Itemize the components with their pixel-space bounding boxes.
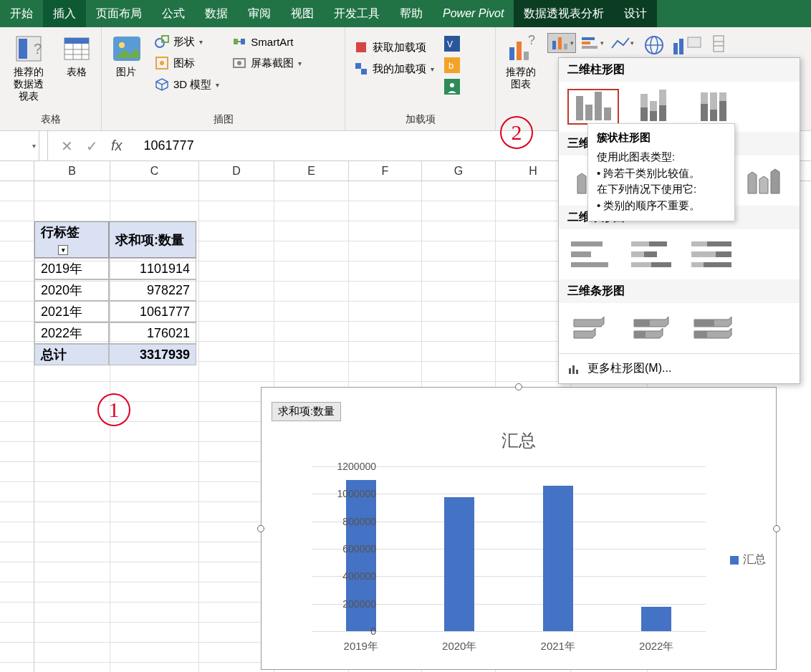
col-header-B[interactable]: B: [34, 161, 110, 181]
cell[interactable]: [349, 322, 422, 342]
cell[interactable]: [110, 181, 199, 201]
cell[interactable]: [110, 442, 199, 462]
tab-view[interactable]: 视图: [281, 0, 324, 27]
row-header[interactable]: [0, 603, 34, 623]
100-stacked-column-thumb[interactable]: [688, 89, 739, 125]
cell[interactable]: [422, 181, 496, 201]
tab-dev[interactable]: 开发工具: [324, 0, 390, 27]
cell[interactable]: [110, 582, 199, 603]
pivot-total-label[interactable]: 总计: [34, 344, 109, 365]
cell[interactable]: [274, 181, 349, 201]
cell[interactable]: [274, 201, 349, 221]
embedded-chart[interactable]: 求和项:数量 汇总 汇总 020000040000060000080000010…: [261, 387, 777, 670]
resize-handle-left[interactable]: [257, 525, 264, 532]
row-header[interactable]: [0, 201, 34, 221]
cell[interactable]: [199, 181, 274, 201]
cell[interactable]: [34, 603, 110, 623]
3d-clustered-bar-thumb[interactable]: [567, 310, 619, 346]
cell[interactable]: [34, 462, 110, 482]
row-header[interactable]: [0, 522, 34, 542]
cell[interactable]: [110, 603, 199, 623]
cell[interactable]: [199, 282, 274, 302]
chart-bar[interactable]: [641, 607, 671, 631]
cell[interactable]: [274, 241, 349, 261]
col-header-D[interactable]: D: [199, 161, 274, 181]
pivot-total-value[interactable]: 3317939: [109, 344, 196, 365]
tab-help[interactable]: 帮助: [390, 0, 433, 27]
cell[interactable]: [110, 542, 199, 562]
cell[interactable]: [199, 322, 274, 342]
cell[interactable]: [422, 362, 496, 382]
3d-stacked-bar-thumb[interactable]: [628, 310, 679, 346]
get-addins-button[interactable]: 获取加载项: [351, 39, 437, 56]
cell[interactable]: [274, 342, 349, 362]
cell[interactable]: [110, 422, 199, 442]
cell[interactable]: [110, 663, 199, 672]
col-header-G[interactable]: G: [422, 161, 496, 181]
bar-chart-button[interactable]: ▾: [577, 33, 606, 53]
cell[interactable]: [199, 302, 274, 322]
tab-layout[interactable]: 页面布局: [86, 0, 152, 27]
col-header-C[interactable]: C: [110, 161, 199, 181]
cell[interactable]: [274, 362, 349, 382]
chart-bar[interactable]: [444, 497, 474, 631]
pivot-chart-icon[interactable]: [672, 46, 704, 58]
row-header[interactable]: [0, 221, 34, 241]
pivot-row-value[interactable]: 1101914: [109, 258, 196, 279]
row-header[interactable]: [0, 282, 34, 302]
cell[interactable]: [422, 282, 496, 302]
cell[interactable]: [349, 282, 422, 302]
row-header[interactable]: [0, 422, 34, 442]
cell[interactable]: [34, 382, 110, 402]
cell[interactable]: [110, 201, 199, 221]
cell[interactable]: [34, 623, 110, 643]
cell[interactable]: [110, 462, 199, 482]
row-header[interactable]: [0, 261, 34, 282]
pivot-row-label[interactable]: 2021年: [34, 301, 109, 322]
row-header[interactable]: [0, 402, 34, 422]
cell[interactable]: [349, 342, 422, 362]
100-stacked-bar-thumb[interactable]: [688, 236, 739, 272]
cell[interactable]: [110, 623, 199, 643]
line-chart-button[interactable]: ▾: [608, 33, 636, 53]
cell[interactable]: [110, 522, 199, 542]
row-header[interactable]: [0, 663, 34, 672]
row-header[interactable]: [0, 322, 34, 342]
cell[interactable]: [199, 362, 274, 382]
3d-model-button[interactable]: 3D 模型: [152, 76, 222, 93]
people-addin-icon[interactable]: [444, 79, 460, 97]
icons-button[interactable]: 图标: [152, 54, 222, 72]
more-column-charts-button[interactable]: 更多柱形图(M)...: [559, 353, 800, 383]
cell[interactable]: [422, 201, 496, 221]
row-header[interactable]: [0, 643, 34, 663]
row-header[interactable]: [0, 302, 34, 322]
row-header[interactable]: [0, 482, 34, 502]
chart-legend[interactable]: 汇总: [730, 552, 766, 567]
tab-pivot-analyze[interactable]: 数据透视表分析: [514, 0, 614, 27]
cell[interactable]: [34, 643, 110, 663]
cell[interactable]: [274, 322, 349, 342]
smartart-button[interactable]: SmartArt: [229, 33, 304, 50]
stacked-bar-thumb[interactable]: [628, 236, 679, 272]
chart-title[interactable]: 汇总: [502, 429, 536, 452]
resize-handle-right[interactable]: [773, 525, 780, 532]
pivot-row-value[interactable]: 176021: [109, 322, 196, 344]
fx-icon[interactable]: fx: [111, 138, 123, 155]
row-header[interactable]: [0, 502, 34, 522]
cell[interactable]: [199, 221, 274, 241]
screenshot-button[interactable]: 屏幕截图: [229, 54, 304, 72]
3d-100-stacked-bar-thumb[interactable]: [688, 310, 739, 346]
cell[interactable]: [274, 261, 349, 282]
row-header[interactable]: [0, 462, 34, 482]
cell[interactable]: [349, 302, 422, 322]
cell[interactable]: [34, 422, 110, 442]
cell[interactable]: [34, 181, 110, 201]
pivot-row-value[interactable]: 978227: [109, 279, 196, 301]
bing-addin-icon[interactable]: b: [444, 57, 460, 76]
cell[interactable]: [110, 502, 199, 522]
row-header[interactable]: [0, 181, 34, 201]
tab-insert[interactable]: 插入: [43, 0, 86, 27]
cell[interactable]: [349, 362, 422, 382]
tab-formula[interactable]: 公式: [152, 0, 195, 27]
recommended-pivot-button[interactable]: ? 推荐的 数据透视表: [6, 30, 51, 106]
